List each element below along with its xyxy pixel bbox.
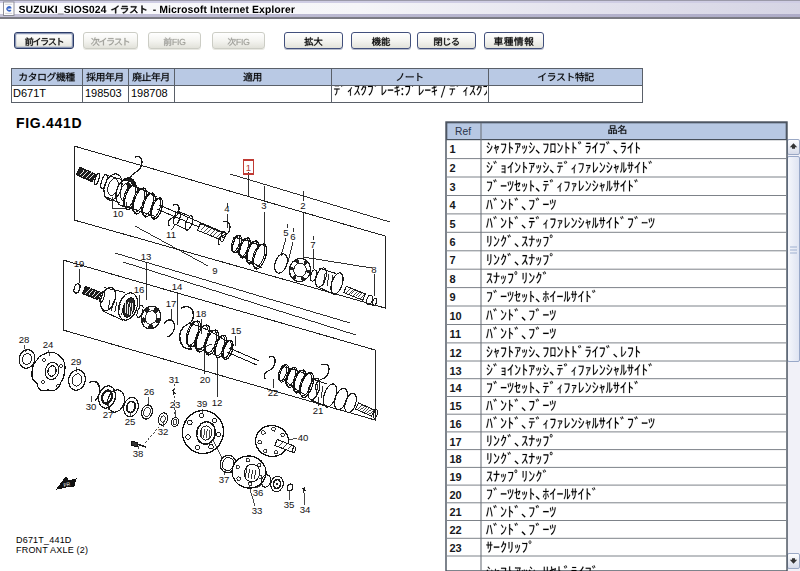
svg-text:36: 36 [253, 487, 264, 498]
svg-text:6: 6 [290, 231, 295, 242]
svg-text:26: 26 [144, 386, 155, 397]
svg-text:18: 18 [450, 453, 462, 465]
svg-text:2: 2 [450, 162, 456, 174]
svg-text:11: 11 [166, 229, 176, 240]
svg-text:8: 8 [450, 273, 456, 285]
svg-text:34: 34 [300, 504, 311, 515]
svg-text:35: 35 [284, 499, 295, 510]
svg-text:1: 1 [450, 143, 456, 155]
svg-text:37: 37 [219, 474, 230, 485]
svg-text:5: 5 [283, 227, 288, 238]
svg-text:31: 31 [169, 374, 180, 385]
svg-text:4: 4 [224, 203, 230, 214]
svg-text:24: 24 [43, 339, 54, 350]
svg-text:Ref: Ref [455, 126, 471, 137]
svg-text:10: 10 [113, 208, 124, 219]
svg-text:13: 13 [141, 251, 152, 262]
svg-text:39: 39 [197, 398, 208, 409]
svg-text:29: 29 [71, 356, 82, 367]
svg-text:17: 17 [450, 436, 462, 448]
svg-text:7: 7 [310, 239, 315, 250]
svg-text:23: 23 [170, 399, 181, 410]
svg-text:12: 12 [450, 347, 462, 359]
svg-text:16: 16 [450, 418, 462, 430]
svg-text:10: 10 [450, 310, 462, 322]
svg-text:27: 27 [103, 409, 114, 420]
svg-text:15: 15 [231, 325, 242, 336]
svg-text:28: 28 [19, 334, 30, 345]
svg-text:3: 3 [261, 200, 266, 211]
svg-text:8: 8 [371, 264, 376, 275]
svg-text:17: 17 [166, 298, 177, 309]
svg-text:38: 38 [133, 448, 144, 459]
svg-text:3: 3 [450, 181, 456, 193]
svg-text:23: 23 [450, 542, 462, 554]
svg-text:33: 33 [252, 505, 263, 516]
svg-text:9: 9 [450, 291, 456, 303]
svg-text:6: 6 [450, 236, 456, 248]
svg-text:25: 25 [125, 416, 136, 427]
svg-text:14: 14 [450, 382, 463, 394]
svg-text:22: 22 [450, 524, 462, 536]
svg-text:30: 30 [86, 401, 97, 412]
svg-text:4: 4 [450, 199, 457, 211]
svg-text:5: 5 [450, 218, 456, 230]
svg-text:21: 21 [450, 506, 462, 518]
svg-text:1: 1 [246, 162, 251, 173]
svg-text:16: 16 [134, 284, 145, 295]
svg-text:2: 2 [300, 200, 305, 211]
svg-text:40: 40 [298, 432, 309, 443]
svg-text:19: 19 [450, 471, 462, 483]
svg-text:18: 18 [196, 308, 207, 319]
svg-text:20: 20 [200, 374, 211, 385]
svg-text:11: 11 [450, 328, 462, 340]
svg-text:32: 32 [158, 426, 169, 437]
svg-text:9: 9 [212, 265, 217, 276]
svg-text:14: 14 [172, 281, 183, 292]
svg-text:7: 7 [450, 254, 456, 266]
svg-text:15: 15 [450, 400, 462, 412]
svg-text:12: 12 [212, 397, 223, 408]
svg-text:20: 20 [450, 489, 462, 501]
svg-text:22: 22 [268, 387, 279, 398]
svg-text:21: 21 [313, 405, 324, 416]
svg-text:13: 13 [450, 365, 462, 377]
svg-text:19: 19 [74, 258, 85, 269]
